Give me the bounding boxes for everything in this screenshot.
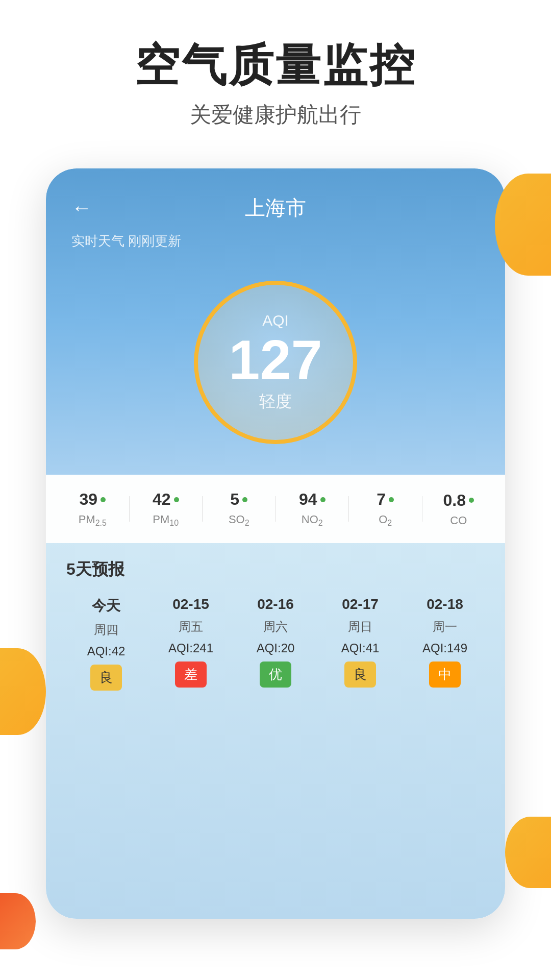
- back-button[interactable]: ←: [71, 197, 92, 219]
- page-subtitle: 关爱健康护航出行: [0, 101, 551, 129]
- day4-main: 02-18: [427, 596, 463, 612]
- forecast-section: 5天预报 今天 周四 AQI:42 良 02-15 周五 AQI:241 差: [46, 543, 505, 919]
- aqi-circle-container: AQI 127 轻度: [71, 271, 480, 475]
- day0-badge: 良: [90, 665, 122, 691]
- pollutant-no2: 94 NO2: [276, 490, 349, 528]
- weather-status: 实时天气 刚刚更新: [71, 232, 480, 250]
- day3-main: 02-17: [342, 596, 379, 612]
- forecast-grid: 今天 周四 AQI:42 良 02-15 周五 AQI:241 差 02-16 …: [66, 596, 485, 691]
- aqi-label: AQI: [262, 312, 289, 329]
- dot-pm25: [101, 497, 106, 502]
- day4-badge: 中: [429, 662, 461, 688]
- day2-aqi: AQI:20: [257, 641, 295, 655]
- pm25-label: PM2.5: [79, 513, 107, 528]
- pollutant-co: 0.8 CO: [422, 491, 495, 527]
- dot-o2: [389, 497, 394, 502]
- so2-label: SO2: [229, 513, 249, 528]
- pollutant-row: 39 PM2.5 42 PM10 5 SO2: [46, 475, 505, 543]
- city-name: 上海市: [245, 194, 306, 222]
- nav-bar: ← 上海市: [71, 194, 480, 222]
- pollutant-pm25: 39 PM2.5: [56, 490, 129, 528]
- app-screen: ← 上海市 实时天气 刚刚更新 AQI 127 轻度 39 PM: [46, 168, 505, 919]
- dot-so2: [242, 497, 247, 502]
- aqi-circle: AQI 127 轻度: [194, 281, 357, 444]
- decoration-blob-right2: [505, 817, 551, 888]
- day3-badge: 良: [344, 662, 376, 688]
- day3-sub: 周日: [348, 619, 372, 635]
- page-title: 空气质量监控: [0, 41, 551, 90]
- day1-main: 02-15: [172, 596, 209, 612]
- top-section: ← 上海市 实时天气 刚刚更新 AQI 127 轻度: [46, 168, 505, 475]
- day0-main: 今天: [92, 596, 120, 616]
- day1-badge: 差: [175, 662, 207, 688]
- day2-main: 02-16: [257, 596, 294, 612]
- pm10-value: 42: [153, 490, 171, 509]
- day4-sub: 周一: [433, 619, 457, 635]
- o2-label: O2: [379, 513, 392, 528]
- day3-aqi: AQI:41: [341, 641, 380, 655]
- dot-co: [469, 498, 474, 503]
- pollutant-o2: 7 O2: [349, 490, 422, 528]
- page-header: 空气质量监控 关爱健康护航出行: [0, 0, 551, 144]
- forecast-day-today: 今天 周四 AQI:42 良: [66, 596, 146, 691]
- forecast-day-0215: 02-15 周五 AQI:241 差: [151, 596, 231, 688]
- pollutant-so2: 5 SO2: [203, 490, 276, 528]
- pm10-label: PM10: [153, 513, 179, 528]
- forecast-day-0216: 02-16 周六 AQI:20 优: [236, 596, 315, 688]
- aqi-level: 轻度: [259, 390, 292, 413]
- day1-sub: 周五: [179, 619, 203, 635]
- day1-aqi: AQI:241: [168, 641, 213, 655]
- day4-aqi: AQI:149: [422, 641, 467, 655]
- day2-sub: 周六: [263, 619, 288, 635]
- co-label: CO: [450, 514, 467, 527]
- phone-mockup: ← 上海市 实时天气 刚刚更新 AQI 127 轻度 39 PM: [46, 168, 505, 919]
- forecast-day-0218: 02-18 周一 AQI:149 中: [405, 596, 485, 688]
- o2-value: 7: [377, 490, 386, 509]
- day0-sub: 周四: [94, 622, 118, 638]
- no2-value: 94: [299, 490, 317, 509]
- day0-aqi: AQI:42: [87, 644, 126, 658]
- no2-label: NO2: [302, 513, 323, 528]
- pollutant-pm10: 42 PM10: [130, 490, 203, 528]
- day2-badge: 优: [260, 662, 291, 688]
- co-value: 0.8: [443, 491, 466, 510]
- forecast-title: 5天预报: [66, 558, 485, 581]
- dot-no2: [320, 497, 325, 502]
- aqi-value: 127: [229, 332, 322, 388]
- so2-value: 5: [230, 490, 239, 509]
- forecast-day-0217: 02-17 周日 AQI:41 良: [320, 596, 400, 688]
- decoration-blob-left: [0, 648, 46, 735]
- dot-pm10: [174, 497, 179, 502]
- pm25-value: 39: [79, 490, 97, 509]
- decoration-blob-left2: [0, 893, 36, 949]
